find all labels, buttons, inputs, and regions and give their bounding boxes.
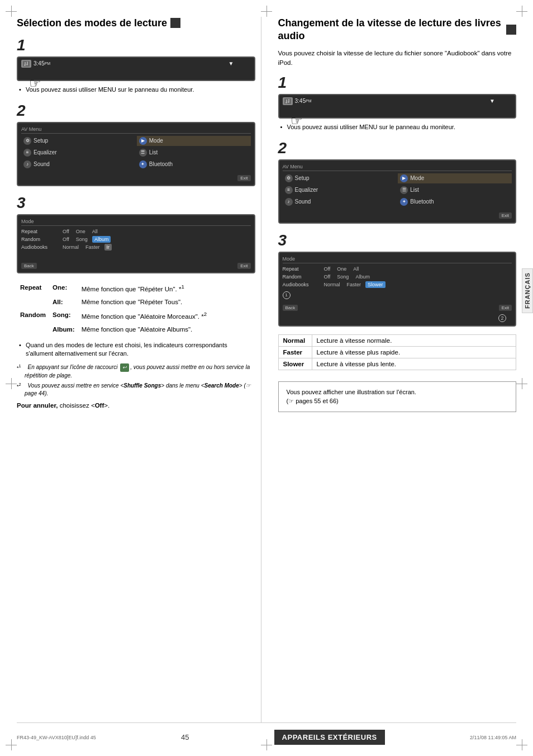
r-repeat-label: Repeat xyxy=(283,266,322,272)
setup-label: Setup xyxy=(34,138,48,144)
r-setup-icon: ⚙ xyxy=(285,174,293,182)
r-mode-row-random: Random Off Song Album xyxy=(283,273,512,280)
speed-table: Normal Lecture à vitesse normale. Faster… xyxy=(278,334,517,370)
desc-random-key: Random xyxy=(17,309,49,323)
speed-normal-desc: Lecture à vitesse normale. xyxy=(312,334,516,346)
left-step1: 1 3:45 PM ▼ ☞ Vous pouvez aussi utiliser… xyxy=(17,36,255,94)
right-column: FRANÇAIS Changement de la vitesse de lec… xyxy=(273,17,517,722)
r-random-options: Off Song Album xyxy=(322,273,372,280)
r-circle-1: 1 xyxy=(283,291,291,299)
footnote-2: *2 Vous pouvez aussi mettre en service <… xyxy=(17,382,255,398)
desc-random-song-text: Même fonction que "Aléatoire Morceaux". … xyxy=(78,309,255,323)
svg-rect-3 xyxy=(284,98,291,104)
cancel-note: Pour annuler, choisissez <Off>. xyxy=(17,402,255,409)
repeat-label: Repeat xyxy=(21,229,60,234)
r-mode-back-btn[interactable]: Back xyxy=(283,305,298,311)
right-av-mode[interactable]: ▶ Mode xyxy=(398,173,512,183)
left-step3: 3 Mode Repeat Off One All Random xyxy=(17,194,255,273)
right-step1: 1 3:45 PM ▼ ☞ Vous pouvez aussi utiliser… xyxy=(278,74,517,131)
left-title-text: Sélection des modes de lecture xyxy=(17,17,167,30)
left-step2-number: 2 xyxy=(17,102,255,120)
sound-label: Sound xyxy=(34,161,50,167)
desc-random-song-sub: Song: xyxy=(49,309,78,323)
left-step3-number: 3 xyxy=(17,194,255,212)
register-mark-tr xyxy=(516,6,527,17)
screen-pm: PM xyxy=(44,62,50,65)
av-menu-item-mode[interactable]: ▶ Mode xyxy=(137,136,251,146)
av-menu-title-right: AV Menu xyxy=(283,164,512,171)
speed-row-faster: Faster Lecture à vitesse plus rapide. xyxy=(278,346,516,358)
random-label: Random xyxy=(21,237,60,242)
desc-random-album-text: Même fonction que "Aléatoire Albums". xyxy=(78,323,255,336)
speed-slower-desc: Lecture à vitesse plus lente. xyxy=(312,358,516,370)
right-title-bar-icon xyxy=(506,25,516,35)
repeat-one: One xyxy=(74,228,88,235)
speed-row-slower: Slower Lecture à vitesse plus lente. xyxy=(278,358,516,370)
r-mode-exit-btn[interactable]: Exit xyxy=(499,305,512,311)
ab-ir: Ir xyxy=(104,244,112,251)
info-box-text: Vous pouvez afficher une illustration su… xyxy=(287,389,416,405)
desc-repeat-all-text: Même fonction que "Répéter Tous". xyxy=(78,296,255,309)
francais-sidebar: FRANÇAIS xyxy=(522,268,533,313)
desc-repeat-all-sub: All: xyxy=(49,296,78,309)
r-repeat-one: One xyxy=(335,266,349,272)
mode-exit-btn[interactable]: Exit xyxy=(237,263,250,269)
audiobooks-options: Normal Faster Ir xyxy=(60,244,112,251)
desc-row-repeat-all: All: Même fonction que "Répéter Tous". xyxy=(17,296,255,309)
speed-normal-key: Normal xyxy=(278,334,312,346)
mode-row-repeat: Repeat Off One All xyxy=(21,228,251,235)
shortcut-icon: ↩ xyxy=(120,363,129,372)
mode-label: Mode xyxy=(149,138,163,144)
random-album: Album xyxy=(92,236,111,243)
r-mode-row-repeat: Repeat Off One All xyxy=(283,266,512,272)
eq-label: Equalizer xyxy=(34,149,57,155)
mode-row-audiobooks: Audiobooks Normal Faster Ir xyxy=(21,244,251,251)
mode-row-random: Random Off Song Album xyxy=(21,236,251,243)
r-mode-label: Mode xyxy=(410,175,424,181)
page: Sélection des modes de lecture 1 3:45 PM… xyxy=(0,0,533,756)
av-menu-title-left: AV Menu xyxy=(21,126,251,134)
desc-table: Repeat One: Même fonction que "Répéter U… xyxy=(17,281,255,337)
right-step2-number: 2 xyxy=(278,139,517,157)
r-mode-icon: ▶ xyxy=(400,174,408,182)
desc-random-album-sub: Album: xyxy=(49,323,78,336)
r-random-song: Song xyxy=(335,273,351,280)
footnote-1: *1 En appuyant sur l'icône de raccourci … xyxy=(17,363,255,380)
r-random-label: Random xyxy=(283,274,322,280)
right-step3-number: 3 xyxy=(278,231,517,249)
av-menu-grid-left: ⚙ Setup ▶ Mode ≡ Equalizer ☰ xyxy=(21,136,251,169)
bt-label: Bluetooth xyxy=(149,161,173,167)
right-av-menu: AV Menu ⚙ Setup ▶ Mode ≡ Equalizer xyxy=(278,159,517,224)
svg-rect-0 xyxy=(23,61,30,67)
left-column: Sélection des modes de lecture 1 3:45 PM… xyxy=(17,17,261,722)
footnote-2-text: Vous pouvez aussi mettre en service <Shu… xyxy=(25,382,251,396)
right-av-bt: ✦ Bluetooth xyxy=(398,197,512,207)
av-menu-item-setup: ⚙ Setup xyxy=(21,136,135,146)
svg-point-4 xyxy=(285,102,287,103)
r-random-album: Album xyxy=(353,273,372,280)
mode-back-btn[interactable]: Back xyxy=(21,263,37,269)
r-repeat-options: Off One All xyxy=(322,266,361,272)
left-section-title: Sélection des modes de lecture xyxy=(17,17,255,30)
left-bullet-note: Quand un des modes de lecture est choisi… xyxy=(17,341,255,358)
r-mode-row-ab: Audiobooks Normal Faster Slower xyxy=(283,281,512,288)
music-icon xyxy=(21,60,31,68)
right-step1-number: 1 xyxy=(278,74,517,92)
desc-row-repeat: Repeat One: Même fonction que "Répéter U… xyxy=(17,281,255,296)
desc-repeat-key: Repeat xyxy=(17,281,49,296)
left-screen1: 3:45 PM ▼ ☞ xyxy=(17,56,255,81)
left-step2: 2 AV Menu ⚙ Setup ▶ Mode ≡ xyxy=(17,102,255,186)
r-ab-slower: Slower xyxy=(365,281,386,288)
right-step1-note: Vous pouvez aussi utiliser MENU sur le p… xyxy=(278,123,517,131)
left-mode-mockup: Mode Repeat Off One All Random Off xyxy=(17,214,255,273)
right-music-icon xyxy=(283,97,293,105)
mode-title-right: Mode xyxy=(283,256,512,263)
svg-point-1 xyxy=(24,64,26,66)
right-intro: Vous pouvez choisir la vitesse de lectur… xyxy=(278,49,517,68)
repeat-all: All xyxy=(90,228,100,235)
r-sound-icon: ♪ xyxy=(285,198,293,206)
right-av-eq: ≡ Equalizer xyxy=(283,185,397,195)
setup-icon: ⚙ xyxy=(23,137,31,145)
r-random-off: Off xyxy=(322,273,333,280)
desc-repeat-one-text: Même fonction que "Répéter Un". *1 xyxy=(78,281,255,296)
